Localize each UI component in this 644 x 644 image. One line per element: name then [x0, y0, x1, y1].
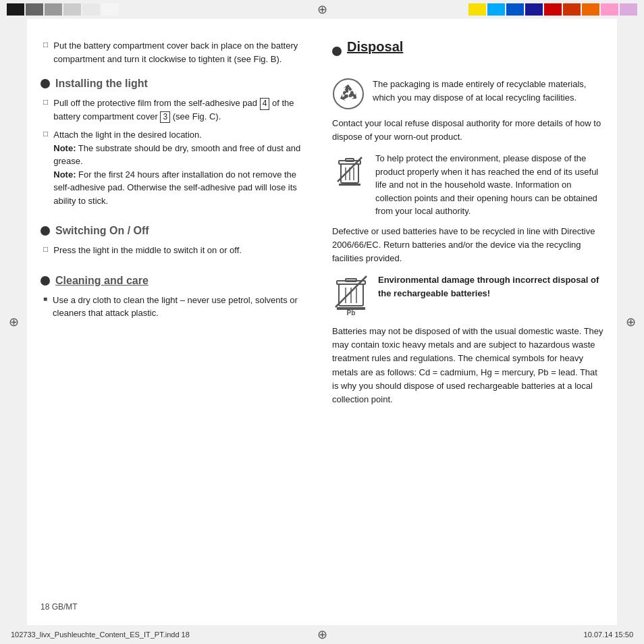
warning-text-block: Environmental damage through incorrect d…	[378, 273, 603, 300]
color-dark-blue	[525, 3, 543, 16]
bullet-sym-switch: □	[43, 244, 48, 257]
contact-text: Contact your local refuse disposal autho…	[332, 117, 603, 144]
svg-text:♻: ♻	[342, 84, 355, 101]
install-section-header: Installing the light	[41, 78, 312, 90]
switch-dot	[41, 226, 50, 236]
clean-dot	[41, 276, 50, 286]
crosshair-bottom-icon: ⊕	[317, 627, 327, 642]
crosshair-left-icon: ⊕	[9, 315, 19, 329]
box-3: 3	[160, 111, 170, 124]
color-strip-right	[468, 3, 637, 16]
color-red	[544, 3, 562, 16]
crosshair-top-icon: ⊕	[317, 2, 327, 17]
bullet-sym-install-1: □	[43, 97, 48, 123]
clean-section: Cleaning and care ■ Use a dry cloth to c…	[41, 275, 312, 325]
battery-weee-icon: Pb	[332, 273, 370, 317]
battery-bullet: □ Put the battery compartment cover back…	[41, 39, 312, 65]
install-title: Installing the light	[55, 78, 148, 90]
color-light-gray	[63, 3, 81, 16]
color-pink	[601, 3, 618, 16]
clean-item-text: Use a dry cloth to clean the light – nev…	[53, 294, 312, 320]
svg-text:Pb: Pb	[347, 309, 356, 317]
disposal-section-header: Disposal	[332, 39, 603, 63]
install-item-2: □ Attach the light in the desired locati…	[41, 128, 312, 207]
recycle-icon-row: ♻ The packaging is made entirely of recy…	[332, 78, 603, 110]
color-pale-gray	[82, 3, 100, 16]
page: ⊕ □ Put the battery compartment cover ba…	[0, 19, 644, 625]
main-content: □ Put the battery compartment cover back…	[27, 19, 617, 625]
color-black	[7, 3, 24, 16]
bullet-sym-clean: ■	[43, 295, 47, 320]
switch-section: Switching On / Off □ Press the light in …	[41, 225, 312, 263]
install-dot	[41, 79, 50, 88]
left-margin: ⊕	[0, 19, 27, 625]
color-cyan	[487, 3, 505, 16]
page-number: 18 GB/MT	[41, 602, 78, 612]
crosshair-right-icon: ⊕	[626, 315, 636, 329]
env-text: To help protect the environment, please …	[375, 152, 603, 218]
page-footer: 18 GB/MT	[41, 589, 312, 612]
color-strip-left	[7, 3, 119, 16]
left-column: □ Put the battery compartment cover back…	[41, 39, 312, 612]
color-lavender	[620, 3, 637, 16]
disposal-dot	[332, 47, 342, 56]
warning-title: Environmental damage through incorrect d…	[378, 275, 599, 298]
color-orange	[582, 3, 599, 16]
bullet-sym-install-2: □	[43, 129, 48, 207]
recycle-icon: ♻	[332, 78, 365, 110]
switch-item: □ Press the light in the middle to switc…	[41, 244, 312, 257]
switch-item-text: Press the light in the middle to switch …	[53, 244, 242, 257]
bottom-timestamp: 10.07.14 15:50	[322, 630, 633, 639]
install-item-1-text: Pull off the protective film from the se…	[53, 97, 312, 123]
battery-directive-text: Defective or used batteries have to be r…	[332, 225, 603, 265]
color-yellow	[468, 3, 486, 16]
color-dark-gray	[26, 3, 43, 16]
install-section: Installing the light □ Pull off the prot…	[41, 78, 312, 213]
right-column: Disposal ♻ The packaging is made entirel…	[332, 39, 603, 612]
clean-section-header: Cleaning and care	[41, 275, 312, 287]
install-item-1: □ Pull off the protective film from the …	[41, 97, 312, 123]
color-dark-red	[563, 3, 581, 16]
battery-bullet-text: Put the battery compartment cover back i…	[53, 39, 312, 65]
switch-section-header: Switching On / Off	[41, 225, 312, 237]
bullet-sym-battery: □	[43, 40, 48, 65]
color-mid-gray	[45, 3, 62, 16]
color-blue	[506, 3, 524, 16]
warning-box: Pb Environmental damage through incorrec…	[332, 273, 603, 317]
clean-title: Cleaning and care	[55, 275, 149, 287]
bottom-bar: 102733_livx_Pushleuchte_Content_ES_IT_PT…	[0, 625, 644, 644]
box-4: 4	[260, 98, 270, 110]
warning-body-text: Batteries may not be disposed of with th…	[332, 325, 603, 406]
install-item-2-text: Attach the light in the desired location…	[53, 128, 312, 207]
disposal-title-row: Disposal	[332, 39, 603, 70]
switch-title: Switching On / Off	[55, 225, 149, 237]
recycle-text: The packaging is made entirely of recycl…	[373, 78, 603, 104]
color-white-gray	[101, 3, 119, 16]
bottom-filename: 102733_livx_Pushleuchte_Content_ES_IT_PT…	[11, 630, 322, 639]
right-margin: ⊕	[617, 19, 644, 625]
svg-rect-10	[339, 184, 360, 186]
clean-item: ■ Use a dry cloth to clean the light – n…	[41, 294, 312, 320]
top-bar: ⊕	[0, 0, 644, 19]
weee-icon	[332, 152, 367, 187]
disposal-title: Disposal	[347, 39, 403, 55]
env-icon-row: To help protect the environment, please …	[332, 152, 603, 218]
